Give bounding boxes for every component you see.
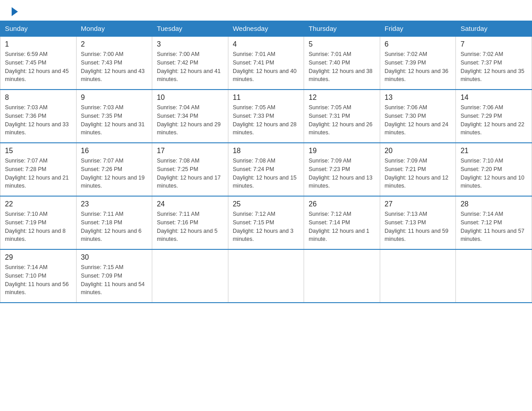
header-sunday: Sunday	[0, 21, 77, 37]
calendar-day-cell: 18Sunrise: 7:08 AMSunset: 7:24 PMDayligh…	[228, 143, 304, 196]
header-saturday: Saturday	[456, 21, 532, 37]
day-number: 16	[81, 147, 148, 155]
day-number: 26	[309, 200, 375, 208]
day-info: Sunrise: 7:11 AMSunset: 7:16 PMDaylight:…	[157, 210, 223, 244]
calendar-week-row: 22Sunrise: 7:10 AMSunset: 7:19 PMDayligh…	[0, 196, 532, 249]
calendar-day-cell: 8Sunrise: 7:03 AMSunset: 7:36 PMDaylight…	[0, 90, 77, 143]
day-info: Sunrise: 7:15 AMSunset: 7:09 PMDaylight:…	[81, 263, 148, 297]
calendar-day-cell: 19Sunrise: 7:09 AMSunset: 7:23 PMDayligh…	[304, 143, 380, 196]
calendar-week-row: 29Sunrise: 7:14 AMSunset: 7:10 PMDayligh…	[0, 249, 532, 303]
day-info: Sunrise: 7:04 AMSunset: 7:34 PMDaylight:…	[157, 103, 223, 137]
day-number: 24	[157, 200, 223, 208]
calendar-day-cell: 13Sunrise: 7:06 AMSunset: 7:30 PMDayligh…	[380, 90, 456, 143]
calendar-day-cell: 25Sunrise: 7:12 AMSunset: 7:15 PMDayligh…	[228, 196, 304, 249]
day-number: 27	[385, 200, 451, 208]
day-number: 25	[233, 200, 300, 208]
day-info: Sunrise: 7:03 AMSunset: 7:36 PMDaylight:…	[5, 103, 72, 137]
day-number: 4	[233, 40, 300, 48]
calendar-day-cell: 22Sunrise: 7:10 AMSunset: 7:19 PMDayligh…	[0, 196, 77, 249]
day-number: 15	[5, 147, 72, 155]
calendar-day-cell: 16Sunrise: 7:07 AMSunset: 7:26 PMDayligh…	[76, 143, 152, 196]
day-info: Sunrise: 7:06 AMSunset: 7:30 PMDaylight:…	[385, 103, 451, 137]
day-number: 14	[460, 94, 527, 102]
calendar-week-row: 8Sunrise: 7:03 AMSunset: 7:36 PMDaylight…	[0, 90, 532, 143]
day-info: Sunrise: 7:00 AMSunset: 7:43 PMDaylight:…	[81, 50, 148, 84]
calendar-table: Sunday Monday Tuesday Wednesday Thursday…	[0, 21, 532, 303]
calendar-day-cell	[304, 249, 380, 303]
calendar-day-cell	[228, 249, 304, 303]
day-number: 3	[157, 40, 223, 48]
calendar-day-cell: 9Sunrise: 7:03 AMSunset: 7:35 PMDaylight…	[76, 90, 152, 143]
header-monday: Monday	[76, 21, 152, 37]
day-info: Sunrise: 7:09 AMSunset: 7:23 PMDaylight:…	[309, 157, 375, 190]
day-info: Sunrise: 7:07 AMSunset: 7:26 PMDaylight:…	[81, 157, 148, 190]
day-info: Sunrise: 7:02 AMSunset: 7:37 PMDaylight:…	[460, 50, 527, 84]
day-info: Sunrise: 7:01 AMSunset: 7:40 PMDaylight:…	[309, 50, 375, 84]
day-number: 17	[157, 147, 223, 155]
day-number: 22	[5, 200, 72, 208]
calendar-day-cell: 17Sunrise: 7:08 AMSunset: 7:25 PMDayligh…	[152, 143, 228, 196]
calendar-day-cell: 20Sunrise: 7:09 AMSunset: 7:21 PMDayligh…	[380, 143, 456, 196]
day-info: Sunrise: 7:03 AMSunset: 7:35 PMDaylight:…	[81, 103, 148, 137]
day-number: 11	[233, 94, 300, 102]
day-number: 20	[385, 147, 451, 155]
calendar-day-cell	[152, 249, 228, 303]
calendar-day-cell: 1Sunrise: 6:59 AMSunset: 7:45 PMDaylight…	[0, 36, 77, 90]
day-number: 23	[81, 200, 148, 208]
calendar-day-cell: 21Sunrise: 7:10 AMSunset: 7:20 PMDayligh…	[456, 143, 532, 196]
day-number: 8	[5, 94, 72, 102]
day-number: 10	[157, 94, 223, 102]
day-info: Sunrise: 7:05 AMSunset: 7:31 PMDaylight:…	[309, 103, 375, 137]
day-number: 1	[5, 40, 72, 48]
calendar-day-cell	[380, 249, 456, 303]
day-info: Sunrise: 7:01 AMSunset: 7:41 PMDaylight:…	[233, 50, 300, 84]
day-info: Sunrise: 7:11 AMSunset: 7:18 PMDaylight:…	[81, 210, 148, 244]
day-info: Sunrise: 7:00 AMSunset: 7:42 PMDaylight:…	[157, 50, 223, 84]
calendar-day-cell: 27Sunrise: 7:13 AMSunset: 7:13 PMDayligh…	[380, 196, 456, 249]
day-info: Sunrise: 7:06 AMSunset: 7:29 PMDaylight:…	[460, 103, 527, 137]
day-info: Sunrise: 7:08 AMSunset: 7:25 PMDaylight:…	[157, 157, 223, 190]
weekday-header-row: Sunday Monday Tuesday Wednesday Thursday…	[0, 21, 532, 37]
page-header	[0, 0, 532, 21]
calendar-day-cell: 12Sunrise: 7:05 AMSunset: 7:31 PMDayligh…	[304, 90, 380, 143]
day-info: Sunrise: 7:14 AMSunset: 7:10 PMDaylight:…	[5, 263, 72, 297]
day-info: Sunrise: 7:10 AMSunset: 7:20 PMDaylight:…	[460, 157, 527, 190]
logo	[11, 8, 18, 16]
day-number: 30	[81, 253, 148, 261]
day-number: 18	[233, 147, 300, 155]
calendar-day-cell: 28Sunrise: 7:14 AMSunset: 7:12 PMDayligh…	[456, 196, 532, 249]
calendar-day-cell: 7Sunrise: 7:02 AMSunset: 7:37 PMDaylight…	[456, 36, 532, 90]
calendar-day-cell: 2Sunrise: 7:00 AMSunset: 7:43 PMDaylight…	[76, 36, 152, 90]
calendar-day-cell: 23Sunrise: 7:11 AMSunset: 7:18 PMDayligh…	[76, 196, 152, 249]
day-info: Sunrise: 7:07 AMSunset: 7:28 PMDaylight:…	[5, 157, 72, 190]
day-number: 29	[5, 253, 72, 261]
calendar-day-cell: 29Sunrise: 7:14 AMSunset: 7:10 PMDayligh…	[0, 249, 77, 303]
header-tuesday: Tuesday	[152, 21, 228, 37]
header-friday: Friday	[380, 21, 456, 37]
calendar-week-row: 1Sunrise: 6:59 AMSunset: 7:45 PMDaylight…	[0, 36, 532, 90]
day-info: Sunrise: 7:09 AMSunset: 7:21 PMDaylight:…	[385, 157, 451, 190]
calendar-day-cell	[456, 249, 532, 303]
day-info: Sunrise: 7:14 AMSunset: 7:12 PMDaylight:…	[460, 210, 527, 244]
calendar-day-cell: 4Sunrise: 7:01 AMSunset: 7:41 PMDaylight…	[228, 36, 304, 90]
calendar-day-cell: 5Sunrise: 7:01 AMSunset: 7:40 PMDaylight…	[304, 36, 380, 90]
day-number: 7	[460, 40, 527, 48]
day-info: Sunrise: 7:02 AMSunset: 7:39 PMDaylight:…	[385, 50, 451, 84]
day-number: 6	[385, 40, 451, 48]
day-info: Sunrise: 7:10 AMSunset: 7:19 PMDaylight:…	[5, 210, 72, 244]
day-info: Sunrise: 7:12 AMSunset: 7:14 PMDaylight:…	[309, 210, 375, 244]
logo-arrow-icon	[12, 7, 18, 16]
day-number: 28	[460, 200, 527, 208]
day-info: Sunrise: 7:12 AMSunset: 7:15 PMDaylight:…	[233, 210, 300, 244]
calendar-day-cell: 6Sunrise: 7:02 AMSunset: 7:39 PMDaylight…	[380, 36, 456, 90]
day-info: Sunrise: 7:13 AMSunset: 7:13 PMDaylight:…	[385, 210, 451, 244]
day-number: 9	[81, 94, 148, 102]
day-number: 21	[460, 147, 527, 155]
day-number: 5	[309, 40, 375, 48]
day-number: 12	[309, 94, 375, 102]
header-wednesday: Wednesday	[228, 21, 304, 37]
calendar-day-cell: 26Sunrise: 7:12 AMSunset: 7:14 PMDayligh…	[304, 196, 380, 249]
calendar-week-row: 15Sunrise: 7:07 AMSunset: 7:28 PMDayligh…	[0, 143, 532, 196]
calendar-day-cell: 30Sunrise: 7:15 AMSunset: 7:09 PMDayligh…	[76, 249, 152, 303]
day-number: 13	[385, 94, 451, 102]
